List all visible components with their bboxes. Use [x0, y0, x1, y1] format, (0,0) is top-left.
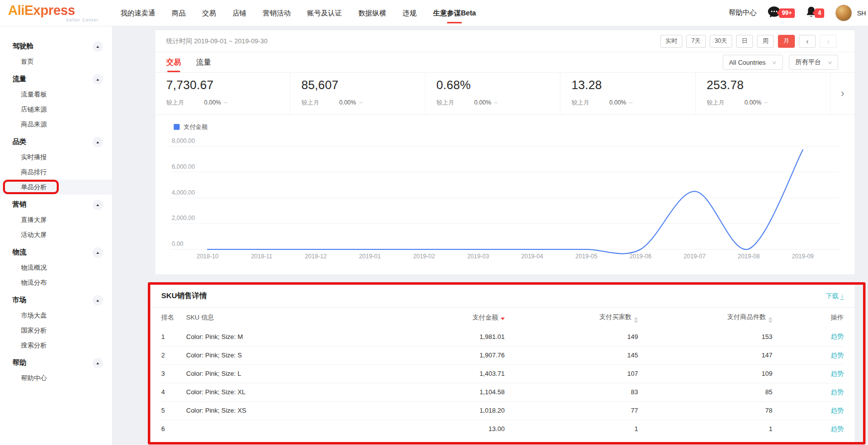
trend-link[interactable]: 趋势	[831, 333, 844, 340]
metric-tabs: 交易流量	[166, 52, 211, 72]
trend-link[interactable]: 趋势	[831, 425, 844, 433]
kpi-value: 0.68%	[436, 78, 560, 92]
sidebar-item-店铺来源[interactable]: 店铺来源	[0, 102, 112, 117]
download-link[interactable]: 下载 ↓	[826, 292, 844, 301]
svg-text:2019-01: 2019-01	[359, 253, 381, 260]
svg-text:6,000.00: 6,000.00	[172, 163, 195, 170]
notifications-count-badge: 4	[815, 8, 824, 18]
chart-area: 支付金额 8,000.006,000.004,000.002,000.000.0…	[155, 115, 855, 274]
nav-item-1[interactable]: 我的速卖通	[120, 0, 155, 26]
sidebar-item-国家分析[interactable]: 国家分析	[0, 323, 112, 338]
sidebar-item-物流概况[interactable]: 物流概况	[0, 260, 112, 275]
collapse-arrow-icon[interactable]: ▲	[93, 41, 103, 52]
sidebar-section-4[interactable]: 营销▲	[0, 197, 112, 213]
cell-rank: 6	[161, 420, 186, 438]
messages-count-badge: 99+	[779, 8, 795, 18]
trend-link[interactable]: 趋势	[831, 407, 844, 414]
svg-text:2018-11: 2018-11	[251, 253, 272, 260]
kpi-compare-label: 较上月	[436, 99, 454, 106]
nav-item-2[interactable]: 商品	[172, 0, 186, 26]
sidebar-item-帮助中心[interactable]: 帮助中心	[0, 371, 112, 386]
cell-rank: 4	[161, 383, 186, 401]
tab-交易[interactable]: 交易	[166, 52, 181, 72]
sidebar-section-3[interactable]: 品类▲	[0, 134, 112, 150]
kpi-trend-dash: –	[359, 99, 362, 106]
period-button-7天[interactable]: 7天	[686, 35, 706, 48]
svg-text:2019-06: 2019-06	[630, 253, 651, 260]
collapse-arrow-icon[interactable]: ▲	[93, 358, 103, 368]
sort-desc-active-icon[interactable]	[501, 318, 505, 320]
svg-text:2019-03: 2019-03	[467, 253, 489, 260]
collapse-arrow-icon[interactable]: ▲	[93, 200, 103, 210]
nav-item-3[interactable]: 交易	[202, 0, 216, 26]
messages-button[interactable]: 99+	[767, 6, 795, 20]
period-button-月[interactable]: 月	[778, 35, 795, 48]
user-name[interactable]: SH	[857, 9, 866, 17]
aliexpress-logo[interactable]: AliExpress Seller Center	[8, 4, 108, 22]
kpi-card-4: 13.28较上月0.00%–	[560, 73, 695, 114]
trend-link[interactable]: 趋势	[831, 388, 844, 396]
sidebar-section-6[interactable]: 市场▲	[0, 292, 112, 308]
sidebar-section-7[interactable]: 帮助▲	[0, 355, 112, 371]
kpi-value: 7,730.67	[166, 78, 290, 92]
nav-item-5[interactable]: 营销活动	[263, 0, 291, 26]
sidebar-item-label: 店铺来源	[21, 105, 47, 114]
sort-icons[interactable]	[634, 317, 638, 323]
annotation-rectangle-table: SKU销售详情 下载 ↓ 排名SKU 信息支付金额支付买家数支付商品件数操作 1…	[148, 282, 866, 445]
sidebar-item-首页[interactable]: 首页	[0, 54, 112, 69]
sidebar-item-市场大盘[interactable]: 市场大盘	[0, 308, 112, 323]
collapse-arrow-icon[interactable]: ▲	[93, 74, 103, 85]
sidebar-item-流量看板[interactable]: 流量看板	[0, 87, 112, 102]
period-next-button[interactable]: ›	[820, 35, 837, 48]
sidebar-item-label: 国家分析	[21, 326, 47, 335]
column-header-支付金额[interactable]: 支付金额	[340, 308, 505, 328]
collapse-arrow-icon[interactable]: ▲	[93, 295, 103, 306]
sort-icons[interactable]	[768, 317, 772, 323]
period-button-实时[interactable]: 实时	[660, 35, 682, 48]
kpi-row: 7,730.67较上月0.00%–85,607较上月0.00%–0.68%较上月…	[155, 73, 855, 115]
sidebar-section-1[interactable]: 驾驶舱▲	[0, 38, 112, 54]
nav-item-6[interactable]: 账号及认证	[307, 0, 342, 26]
kpi-compare-value: 0.00%	[204, 99, 221, 106]
platform-filter-select[interactable]: 所有平台 ∨	[789, 55, 838, 70]
nav-item-8[interactable]: 违规	[403, 0, 417, 26]
period-prev-button[interactable]: ‹	[799, 35, 816, 48]
trend-link[interactable]: 趋势	[831, 351, 844, 359]
sidebar-item-商品来源[interactable]: 商品来源	[0, 117, 112, 132]
country-filter-select[interactable]: All Countries ∨	[723, 55, 783, 70]
trend-link[interactable]: 趋势	[831, 370, 844, 377]
sidebar-item-搜索分析[interactable]: 搜索分析	[0, 338, 112, 353]
sidebar-item-实时播报[interactable]: 实时播报	[0, 150, 112, 165]
collapse-arrow-icon[interactable]: ▲	[93, 137, 103, 147]
column-header-支付买家数[interactable]: 支付买家数	[505, 308, 638, 328]
period-switcher: 实时7天30天日周月‹›	[660, 35, 837, 48]
tab-流量[interactable]: 流量	[196, 52, 211, 72]
period-button-周[interactable]: 周	[757, 35, 774, 48]
sidebar-section-2[interactable]: 流量▲	[0, 71, 112, 87]
nav-item-7[interactable]: 数据纵横	[358, 0, 386, 26]
period-button-日[interactable]: 日	[736, 35, 753, 48]
cell-paying-buyers: 1	[505, 420, 638, 438]
nav-item-4[interactable]: 店铺	[232, 0, 246, 26]
kpi-carousel-next-icon[interactable]: ›	[831, 73, 855, 114]
table-row: 5Color: Pink; Size: XS1,018.207778趋势	[161, 401, 844, 420]
notifications-button[interactable]: 4	[806, 6, 824, 20]
legend-swatch	[174, 124, 180, 130]
column-header-支付商品件数[interactable]: 支付商品件数	[638, 308, 772, 328]
cell-paying-buyers: 107	[505, 364, 638, 383]
nav-item-9[interactable]: 生意参谋Beta	[433, 0, 476, 26]
sidebar-item-单品分析[interactable]: 单品分析	[0, 180, 112, 195]
sidebar-item-直播大屏[interactable]: 直播大屏	[0, 213, 112, 227]
sidebar-section-5[interactable]: 物流▲	[0, 244, 112, 260]
kpi-trend-dash: –	[224, 99, 227, 106]
collapse-arrow-icon[interactable]: ▲	[93, 247, 103, 258]
avatar[interactable]	[835, 4, 852, 21]
sidebar-item-物流分布[interactable]: 物流分布	[0, 275, 112, 290]
cell-payment-amount: 1,018.20	[340, 401, 505, 420]
svg-text:2019-08: 2019-08	[738, 253, 760, 260]
sidebar-item-活动大屏[interactable]: 活动大屏	[0, 227, 112, 242]
help-center-link[interactable]: 帮助中心	[729, 8, 757, 17]
kpi-value: 13.28	[571, 78, 695, 92]
sidebar-item-商品排行[interactable]: 商品排行	[0, 165, 112, 180]
period-button-30天[interactable]: 30天	[710, 35, 732, 48]
